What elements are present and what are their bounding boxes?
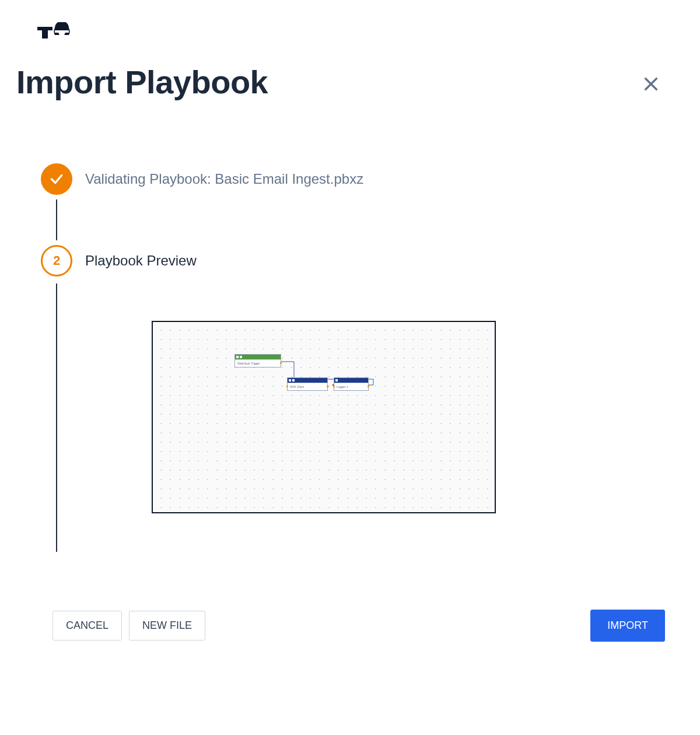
terminal-icon [289,379,291,382]
import-button[interactable]: IMPORT [590,610,665,642]
flow-node-header [288,378,327,383]
flow-node-label: SSH Client [288,383,327,390]
flow-node-ssh[interactable]: SSH Client [287,377,328,391]
square-icon [292,379,295,382]
node-port-in[interactable] [286,386,288,387]
cancel-button[interactable]: CANCEL [52,611,122,640]
flow-node-logger[interactable]: Logger 1 [334,377,369,391]
flow-connectors [153,322,495,512]
page-title: Import Playbook [16,63,268,101]
flow-node-label: WebHook Trigger [235,359,281,367]
flow-node-label: Logger 1 [334,383,368,390]
new-file-button[interactable]: NEW FILE [129,611,205,640]
step-number: 2 [53,253,60,268]
node-port-out[interactable] [280,362,282,364]
step-validating: Validating Playbook: Basic Email Ingest.… [41,163,566,195]
play-icon [236,356,239,358]
step-connector [56,200,57,240]
footer: CANCEL NEW FILE IMPORT [52,610,665,642]
node-port-out[interactable] [368,386,369,387]
step-label-validating: Validating Playbook: Basic Email Ingest.… [85,171,363,187]
gear-icon [240,356,242,358]
svg-rect-0 [55,30,69,33]
step-connector-long [56,284,57,552]
flow-node-trigger[interactable]: WebHook Trigger [235,354,281,368]
step-label-preview: Playbook Preview [85,253,197,269]
logo [36,22,74,43]
flow-node-header [334,378,368,383]
check-icon [49,172,64,187]
node-port-out[interactable] [327,386,328,387]
close-icon [643,76,659,92]
step-indicator-active: 2 [41,245,72,276]
log-icon [335,379,338,382]
step-indicator-complete [41,163,72,195]
footer-left: CANCEL NEW FILE [52,611,205,640]
flow-node-header [235,355,281,359]
step-preview: 2 Playbook Preview [41,245,566,276]
close-button[interactable] [643,76,659,94]
node-port-in[interactable] [333,386,335,387]
playbook-preview-canvas[interactable]: WebHook Trigger SSH Client Logger 1 [152,321,496,513]
